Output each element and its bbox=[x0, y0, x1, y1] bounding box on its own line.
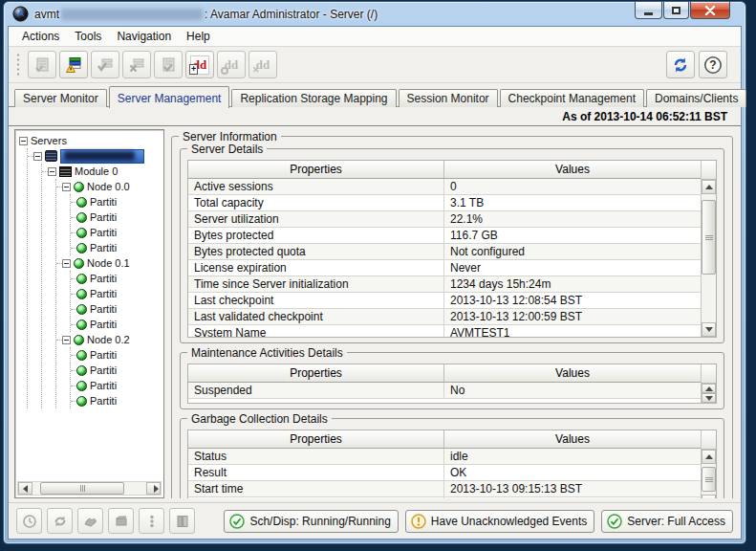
tree-node-partition[interactable]: Partiti bbox=[71, 378, 163, 393]
tree-node-0-0[interactable]: Node 0.0 bbox=[56, 179, 163, 194]
table-row[interactable]: Total capacity3.1 TB bbox=[188, 195, 701, 211]
tree-node-module-0[interactable]: Module 0 bbox=[42, 164, 163, 179]
sch-disp-status-label: Sch/Disp: Running/Running bbox=[249, 515, 390, 528]
tree-node-partition[interactable]: Partiti bbox=[71, 209, 163, 225]
table-row[interactable]: Last validated checkpoint2013-10-13 12:0… bbox=[188, 309, 701, 325]
tab-strip: Server Monitor Server Management Replica… bbox=[9, 83, 741, 107]
title-bar[interactable]: avmt : Avamar Administrator - Server (/) bbox=[4, 2, 745, 26]
column-values[interactable]: Values bbox=[444, 430, 701, 448]
close-button[interactable] bbox=[690, 2, 730, 19]
selected-server-node[interactable] bbox=[60, 149, 144, 164]
scroll-left-button[interactable] bbox=[18, 482, 32, 495]
collapse-icon[interactable] bbox=[62, 259, 71, 268]
tree-node-partition[interactable]: Partiti bbox=[71, 286, 163, 301]
column-properties[interactable]: Properties bbox=[188, 364, 444, 382]
document-check-icon bbox=[160, 56, 177, 74]
table-row[interactable]: SuspendedNo bbox=[188, 383, 701, 399]
unacknowledged-events-label: Have Unacknowledged Events bbox=[431, 515, 587, 528]
tab-replication-storage-mapping[interactable]: Replication Storage Mapping bbox=[231, 89, 396, 107]
scrollbar-thumb[interactable] bbox=[702, 467, 716, 492]
unacknowledged-events-badge[interactable]: Have Unacknowledged Events bbox=[405, 510, 594, 533]
server-access-badge[interactable]: Server: Full Access bbox=[601, 510, 733, 533]
tree-node-0-2[interactable]: Node 0.2 bbox=[56, 332, 163, 347]
menu-tools[interactable]: Tools bbox=[67, 28, 109, 45]
scroll-up-button[interactable] bbox=[702, 450, 716, 464]
menu-actions[interactable]: Actions bbox=[14, 28, 67, 45]
tab-checkpoint-management[interactable]: Checkpoint Management bbox=[500, 89, 644, 107]
help-button[interactable]: ? bbox=[699, 51, 727, 78]
tab-session-monitor[interactable]: Session Monitor bbox=[399, 89, 498, 107]
collapse-icon[interactable] bbox=[48, 167, 56, 176]
table-row[interactable]: Active sessions0 bbox=[188, 179, 701, 195]
column-properties[interactable]: Properties bbox=[188, 161, 444, 178]
tree-node-partition[interactable]: Partiti bbox=[71, 317, 163, 332]
table-row[interactable]: Server utilization22.1% bbox=[188, 211, 701, 228]
node-status-icon bbox=[74, 182, 84, 192]
scroll-right-button[interactable] bbox=[146, 482, 161, 495]
menu-navigation[interactable]: Navigation bbox=[109, 28, 179, 45]
tree-node-partition[interactable]: Partiti bbox=[71, 194, 163, 209]
status-bar: Sch/Disp: Running/Running Have Unacknowl… bbox=[9, 502, 741, 539]
partition-status-icon bbox=[76, 228, 87, 238]
tree-node-partition[interactable]: Partiti bbox=[71, 240, 163, 255]
column-values[interactable]: Values bbox=[444, 161, 701, 178]
module-icon bbox=[59, 166, 72, 177]
maintenance-scrollbar[interactable] bbox=[701, 364, 716, 403]
server-details-scrollbar[interactable] bbox=[701, 161, 716, 337]
column-properties[interactable]: Properties bbox=[188, 430, 444, 448]
tree-label-partition: Partiti bbox=[90, 242, 117, 253]
sch-disp-status-badge[interactable]: Sch/Disp: Running/Running bbox=[224, 510, 398, 533]
ok-check-icon bbox=[607, 514, 622, 529]
collapse-icon[interactable] bbox=[62, 336, 71, 344]
event-management-button[interactable] bbox=[59, 51, 88, 78]
table-row[interactable]: Start time2013-10-13 09:15:13 BST bbox=[188, 481, 701, 497]
garbage-collection-scrollbar[interactable] bbox=[701, 430, 716, 498]
tab-domains-clients[interactable]: Domains/Clients bbox=[646, 89, 746, 107]
table-row[interactable]: Statusidle bbox=[188, 449, 701, 465]
partition-status-icon bbox=[76, 350, 87, 361]
collapse-icon[interactable] bbox=[19, 137, 28, 145]
bird-icon bbox=[83, 514, 98, 529]
add-data-domain-button[interactable]: dd + bbox=[185, 51, 214, 78]
scroll-down-button[interactable] bbox=[702, 322, 716, 337]
scroll-up-button[interactable] bbox=[702, 180, 716, 194]
table-row[interactable]: System NameAVMTEST1 bbox=[188, 325, 701, 337]
collapse-icon[interactable] bbox=[62, 183, 71, 191]
table-row[interactable]: End time2013-10-13 09:15:30 BST bbox=[188, 497, 701, 498]
column-values[interactable]: Values bbox=[444, 364, 701, 382]
table-row[interactable]: License expirationNever bbox=[188, 260, 701, 276]
node-status-icon bbox=[74, 258, 84, 269]
tree-node-servers[interactable]: Servers bbox=[19, 133, 163, 148]
table-row[interactable]: Bytes protected quotaNot configured bbox=[188, 244, 701, 260]
scroll-up-button[interactable] bbox=[702, 384, 716, 393]
refresh-button[interactable] bbox=[666, 51, 695, 78]
table-row[interactable]: Bytes protected116.7 GB bbox=[188, 228, 701, 244]
toolbar-grip[interactable] bbox=[16, 53, 20, 77]
menu-help[interactable]: Help bbox=[179, 28, 218, 45]
tree-node-partition[interactable]: Partiti bbox=[71, 225, 163, 240]
tree-node-server[interactable] bbox=[28, 148, 163, 164]
minimize-button[interactable] bbox=[635, 2, 662, 19]
scroll-down-button[interactable] bbox=[702, 393, 716, 403]
scrollbar-thumb[interactable] bbox=[702, 200, 716, 275]
table-row[interactable]: Last checkpoint2013-10-13 12:08:54 BST bbox=[188, 293, 701, 309]
redacted-title-text bbox=[61, 9, 203, 20]
scroll-down-button[interactable] bbox=[702, 495, 716, 498]
arrow-down-icon bbox=[705, 327, 713, 332]
tree-node-partition[interactable]: Partiti bbox=[71, 347, 163, 363]
garbage-collection-groupbox: Garbage Collection Details Properties Va… bbox=[180, 418, 724, 498]
maximize-button[interactable] bbox=[663, 2, 689, 19]
tree-node-partition[interactable]: Partiti bbox=[71, 363, 163, 378]
tab-server-management[interactable]: Server Management bbox=[109, 86, 230, 108]
scrollbar-thumb[interactable] bbox=[40, 482, 124, 495]
table-row[interactable]: ResultOK bbox=[188, 465, 701, 481]
tree-node-partition[interactable]: Partiti bbox=[71, 301, 163, 317]
tree-node-partition[interactable]: Partiti bbox=[71, 271, 163, 286]
table-row[interactable]: Time since Server initialization1234 day… bbox=[188, 276, 701, 293]
collapse-icon[interactable] bbox=[33, 152, 42, 161]
tree-node-partition[interactable]: Partiti bbox=[71, 393, 163, 408]
tree-node-0-1[interactable]: Node 0.1 bbox=[56, 255, 163, 271]
tab-server-monitor[interactable]: Server Monitor bbox=[14, 89, 107, 107]
as-of-timestamp: As of 2013-10-14 06:52:11 BST bbox=[9, 107, 741, 126]
tree-horizontal-scrollbar[interactable] bbox=[17, 481, 162, 496]
